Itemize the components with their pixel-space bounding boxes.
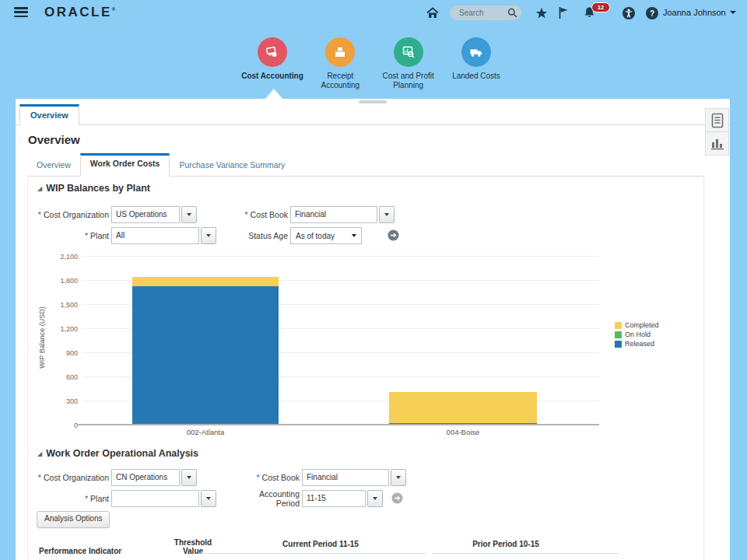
legend-label: Released	[625, 340, 654, 348]
y-axis-tick-label: 300	[42, 397, 78, 405]
filter-field-accounting-period[interactable]: 11-15	[302, 490, 366, 507]
filter-label-text: Cost Organization	[44, 210, 109, 219]
select-value: As of today	[296, 232, 335, 240]
receipt-accounting-icon	[325, 37, 355, 67]
filter-field-plant[interactable]	[111, 490, 199, 507]
active-app-pointer	[265, 89, 282, 99]
app-launcher-row: Cost AccountingReceipt AccountingCost an…	[240, 37, 509, 90]
subtab-bar: OverviewWork Order CostsPurchase Varianc…	[27, 155, 704, 177]
hamburger-menu-icon[interactable]	[14, 7, 30, 19]
home-icon[interactable]	[426, 7, 439, 22]
dropdown-button-cost-book[interactable]	[379, 206, 395, 223]
watchlist-flag-icon[interactable]	[558, 6, 569, 23]
filter-field-cost-book[interactable]: Financial	[290, 206, 377, 223]
side-tab-reports[interactable]	[705, 108, 729, 132]
app-label: Receipt Accounting	[307, 72, 373, 90]
filter-select-status-age[interactable]: As of today	[290, 227, 362, 244]
subtab-overview[interactable]: Overview	[27, 156, 80, 176]
help-icon[interactable]: ?	[646, 7, 658, 19]
filter-label-text: Plant	[90, 494, 109, 503]
filter-label-text: Cost Organization	[44, 473, 109, 482]
app-label: Cost and Profit Planning	[376, 72, 441, 90]
filter-label-text: Cost Book	[251, 210, 288, 219]
y-axis-tick-label: 0	[42, 422, 78, 429]
required-asterisk: *	[38, 210, 41, 219]
chevron-down-icon	[396, 476, 401, 479]
go-button[interactable]	[391, 492, 403, 504]
analysis-options-button[interactable]: Analysis Options	[37, 511, 110, 528]
bar-segment-released-002-atlanta[interactable]	[132, 286, 279, 425]
favorites-star-icon[interactable]	[535, 7, 548, 23]
app-item-cost-profit-planning[interactable]: Cost and Profit Planning	[376, 37, 441, 90]
legend-label: On Hold	[625, 331, 651, 338]
y-axis-tick-label: 2,100	[42, 253, 78, 261]
col-header-performance-indicator: Performance Indicator	[39, 547, 121, 555]
filter-field-cost-book[interactable]: Financial	[302, 469, 389, 486]
x-axis-label: 004-Boise	[416, 428, 510, 436]
oracle-logo: ORACLE®	[44, 5, 115, 20]
chart-legend: CompletedOn HoldReleased	[615, 321, 659, 349]
woa-section-header[interactable]: ◢Work Order Operational Analysis	[37, 448, 198, 459]
wip-section-header[interactable]: ◢WIP Balances by Plant	[37, 183, 150, 194]
bar-segment-completed-002-atlanta[interactable]	[132, 277, 279, 286]
y-axis-tick-label: 600	[42, 373, 78, 381]
header-bar: ORACLE® 12 ? Joanna Johnson	[0, 0, 747, 26]
side-tab-strip	[705, 108, 729, 156]
col-group-prior-period: Prior Period 10-15	[416, 540, 596, 548]
filter-label-cost-book: *Cost Book	[161, 210, 288, 219]
y-axis-tick-label: 900	[42, 349, 78, 357]
search-box	[450, 5, 521, 20]
page-title: Overview	[28, 133, 80, 146]
caret-down-icon	[730, 11, 736, 14]
filter-label-plant: *Plant	[37, 494, 109, 503]
go-button[interactable]	[388, 229, 399, 241]
app-label: Landed Costs	[444, 72, 509, 81]
disclosure-triangle-icon: ◢	[37, 185, 42, 192]
window-tab-overview[interactable]: Overview	[19, 104, 79, 125]
y-axis-tick-label: 1,500	[42, 301, 78, 309]
registered-mark: ®	[112, 7, 115, 12]
woa-filters: *Cost OrganizationCN Operations*Cost Boo…	[28, 469, 703, 513]
bar-segment-completed-004-boise[interactable]	[389, 392, 537, 423]
search-input[interactable]	[458, 8, 507, 18]
desktop: { "header": { "brand": "ORACLE", "brand_…	[0, 0, 747, 560]
filter-label-cost-book: *Cost Book	[161, 473, 300, 482]
dropdown-button-accounting-period[interactable]	[367, 490, 383, 507]
app-item-cost-accounting[interactable]: Cost Accounting	[240, 37, 305, 90]
gridline	[82, 256, 599, 257]
filter-label-text: Status Age	[248, 231, 288, 240]
filter-label-accounting-period: Accounting Period	[253, 489, 300, 508]
legend-label: Completed	[625, 321, 659, 329]
main-panel: Overview Overview OverviewWork Order Cos…	[16, 99, 730, 560]
chevron-down-icon	[384, 213, 389, 216]
x-axis-label: 002-Atlanta	[159, 428, 252, 436]
wip-filters: *Cost OrganizationUS Operations*Cost Boo…	[28, 206, 703, 250]
y-axis-tick-label: 1,200	[42, 325, 78, 333]
required-asterisk: *	[38, 473, 41, 482]
dropdown-button-plant[interactable]	[201, 490, 216, 507]
filter-label-status-age: Status Age	[161, 231, 288, 240]
required-asterisk: *	[256, 473, 259, 482]
required-asterisk: *	[85, 231, 88, 240]
wip-balances-chart: WIP Balance (USD) 03006009001,2001,5001,…	[28, 251, 703, 443]
accessibility-icon[interactable]	[622, 7, 635, 23]
notification-badge: 12	[591, 2, 610, 12]
legend-item: On Hold	[615, 331, 659, 338]
user-menu[interactable]: Joanna Johnson	[663, 8, 736, 17]
panel-drag-handle[interactable]	[359, 100, 387, 103]
subtab-purchase-variance-summary[interactable]: Purchase Variance Summary	[170, 156, 294, 176]
document-icon	[711, 113, 724, 128]
subtab-work-order-costs[interactable]: Work Order Costs	[80, 153, 170, 177]
app-item-landed-costs[interactable]: Landed Costs	[444, 37, 509, 90]
cost-profit-planning-icon	[394, 37, 423, 67]
search-icon[interactable]	[507, 8, 517, 18]
y-axis-tick-label: 1,800	[42, 277, 78, 285]
side-tab-graphs[interactable]	[705, 131, 729, 156]
app-label: Cost Accounting	[240, 72, 305, 81]
dropdown-button-cost-book[interactable]	[391, 469, 406, 486]
column-group-divider	[201, 553, 426, 554]
app-item-receipt-accounting[interactable]: Receipt Accounting	[307, 37, 373, 90]
filter-label-plant: *Plant	[37, 231, 109, 240]
filter-label-cost-organization: *Cost Organization	[37, 210, 109, 219]
x-axis-line	[78, 424, 599, 425]
